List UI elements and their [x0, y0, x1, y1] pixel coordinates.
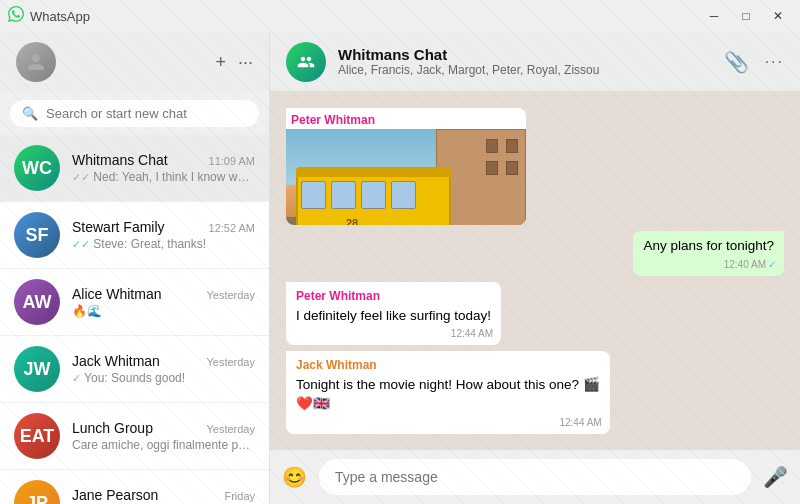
msg-sender-4: Jack Whitman: [296, 357, 600, 374]
chat-item-time: Yesterday: [206, 423, 255, 435]
message-4: Jack Whitman Tonight is the movie night!…: [286, 351, 610, 434]
chat-info: Lunch Group Yesterday Care amiche, oggi …: [72, 420, 255, 452]
chat-avatar: EAT: [14, 413, 60, 459]
chat-list: WC Whitmans Chat 11:09 AM ✓✓ Ned: Yeah, …: [0, 135, 269, 504]
chat-item-time: Yesterday: [206, 289, 255, 301]
chat-list-item[interactable]: JP Jane Pearson Friday Nice! I definitel…: [0, 470, 269, 504]
chat-item-name: Stewart Family: [72, 219, 165, 235]
msg-sender-3: Peter Whitman: [296, 288, 491, 305]
chat-header: Whitmans Chat Alice, Francis, Jack, Marg…: [270, 32, 800, 92]
new-chat-icon[interactable]: +: [215, 52, 226, 73]
menu-icon[interactable]: ···: [238, 52, 253, 73]
emoji-icon[interactable]: 😊: [282, 465, 307, 489]
chat-item-preview: 🔥🌊: [72, 304, 255, 318]
message-3: Peter Whitman I definitely feel like sur…: [286, 282, 501, 346]
chat-item-preview: Care amiche, oggi finalmente posso: [72, 438, 255, 452]
sidebar: + ··· 🔍 WC Whitmans Chat 11:09 AM ✓✓ Ned…: [0, 32, 270, 504]
chat-list-item[interactable]: JW Jack Whitman Yesterday ✓ You: Sounds …: [0, 336, 269, 403]
chat-info: Alice Whitman Yesterday 🔥🌊: [72, 286, 255, 318]
chat-item-name: Jane Pearson: [72, 487, 158, 503]
chat-list-item[interactable]: SF Stewart Family 12:52 AM ✓✓ Steve: Gre…: [0, 202, 269, 269]
chat-item-name: Jack Whitman: [72, 353, 160, 369]
chat-info: Jane Pearson Friday Nice! I definitely f…: [72, 487, 255, 504]
message-1: Peter Whitman: [286, 108, 526, 225]
chat-name: Whitmans Chat: [338, 46, 712, 63]
msg-time-2: 12:40 AM ✓: [724, 258, 776, 272]
chat-item-preview: ✓✓ Steve: Great, thanks!: [72, 237, 255, 251]
chat-avatar: JP: [14, 480, 60, 504]
chat-avatar: WC: [14, 145, 60, 191]
chat-area: Whitmans Chat Alice, Francis, Jack, Marg…: [270, 32, 800, 504]
chat-list-item[interactable]: WC Whitmans Chat 11:09 AM ✓✓ Ned: Yeah, …: [0, 135, 269, 202]
chat-list-item[interactable]: EAT Lunch Group Yesterday Care amiche, o…: [0, 403, 269, 470]
messages-area: Peter Whitman: [270, 92, 800, 450]
chat-input-area: 😊 🎤: [270, 450, 800, 504]
search-input[interactable]: [46, 106, 247, 121]
message-input[interactable]: [319, 459, 751, 495]
chat-info: Whitmans Chat 11:09 AM ✓✓ Ned: Yeah, I t…: [72, 152, 255, 184]
chat-header-avatar: [286, 42, 326, 82]
chat-avatar: JW: [14, 346, 60, 392]
chat-info: Stewart Family 12:52 AM ✓✓ Steve: Great,…: [72, 219, 255, 251]
attach-icon[interactable]: 📎: [724, 50, 749, 74]
mic-icon[interactable]: 🎤: [763, 465, 788, 489]
search-icon: 🔍: [22, 106, 38, 121]
app-title: WhatsApp: [30, 9, 90, 24]
chat-list-item[interactable]: AW Alice Whitman Yesterday 🔥🌊: [0, 269, 269, 336]
chat-item-time: 11:09 AM: [209, 155, 255, 167]
chat-item-time: 12:52 AM: [209, 222, 255, 234]
chat-members: Alice, Francis, Jack, Margot, Peter, Roy…: [338, 63, 712, 77]
chat-header-info: Whitmans Chat Alice, Francis, Jack, Marg…: [338, 46, 712, 77]
chat-item-name: Lunch Group: [72, 420, 153, 436]
title-bar: WhatsApp ─ □ ✕: [0, 0, 800, 32]
chat-info: Jack Whitman Yesterday ✓ You: Sounds goo…: [72, 353, 255, 385]
msg-time-4: 12:44 AM: [559, 416, 601, 430]
message-2: Any plans for tonight? 12:40 AM ✓: [633, 231, 784, 276]
chat-menu-icon[interactable]: ···: [765, 53, 784, 71]
search-bar: 🔍: [0, 92, 269, 135]
chat-item-time: Yesterday: [206, 356, 255, 368]
minimize-button[interactable]: ─: [700, 2, 728, 30]
chat-item-preview: ✓ You: Sounds good!: [72, 371, 255, 385]
chat-avatar: AW: [14, 279, 60, 325]
close-button[interactable]: ✕: [764, 2, 792, 30]
msg-time-3: 12:44 AM: [451, 327, 493, 341]
maximize-button[interactable]: □: [732, 2, 760, 30]
msg-tick-2: ✓: [768, 258, 776, 272]
chat-item-preview: ✓✓ Ned: Yeah, I think I know wha...: [72, 170, 255, 184]
chat-item-name: Alice Whitman: [72, 286, 161, 302]
chat-avatar: SF: [14, 212, 60, 258]
msg-sender-1: Peter Whitman: [286, 108, 526, 129]
chat-item-time: Friday: [224, 490, 255, 502]
sidebar-header: + ···: [0, 32, 269, 92]
chat-item-name: Whitmans Chat: [72, 152, 168, 168]
app-container: + ··· 🔍 WC Whitmans Chat 11:09 AM ✓✓ Ned…: [0, 32, 800, 504]
user-avatar[interactable]: [16, 42, 56, 82]
